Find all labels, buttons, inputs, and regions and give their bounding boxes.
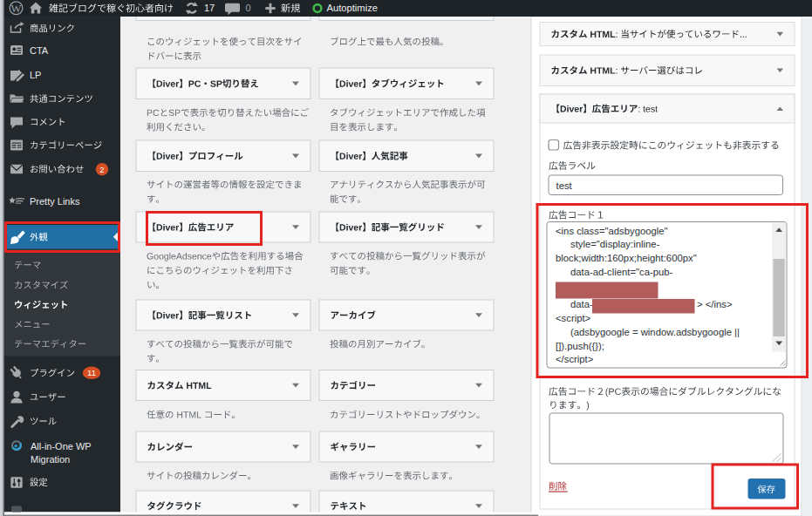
- svg-text:block;width:160px;height:600px: block;width:160px;height:600px": [556, 253, 697, 263]
- svg-text:Pretty Links: Pretty Links: [30, 196, 80, 207]
- svg-text:(adsbygoogle = window.adsbygoo: (adsbygoogle = window.adsbygoogle ||: [570, 327, 740, 337]
- svg-text:[]).push({});: []).push({});: [556, 341, 604, 351]
- svg-text:<ins class="adsbygoogle": <ins class="adsbygoogle": [556, 226, 668, 236]
- svg-text:<script>: <script>: [556, 313, 591, 323]
- svg-text:data-ad-client="ca-pub-: data-ad-client="ca-pub-: [570, 267, 673, 277]
- svg-text:2: 2: [99, 165, 104, 174]
- svg-text:Autoptimize: Autoptimize: [327, 3, 378, 13]
- svg-text:data-: data-: [570, 299, 593, 309]
- svg-text:11: 11: [87, 368, 96, 377]
- svg-text:style="display:inline-: style="display:inline-: [570, 239, 660, 249]
- svg-text:Migration: Migration: [31, 454, 70, 465]
- svg-text:</script>: </script>: [556, 354, 594, 364]
- svg-text:CTA: CTA: [30, 45, 49, 56]
- svg-text:W: W: [11, 3, 22, 15]
- svg-text:test: test: [556, 180, 573, 191]
- svg-text:All-in-One WP: All-in-One WP: [31, 441, 92, 452]
- svg-text:LP: LP: [30, 70, 41, 80]
- svg-text:17: 17: [204, 3, 215, 13]
- svg-text:> </ins>: > </ins>: [697, 299, 733, 309]
- svg-text:0: 0: [246, 3, 251, 13]
